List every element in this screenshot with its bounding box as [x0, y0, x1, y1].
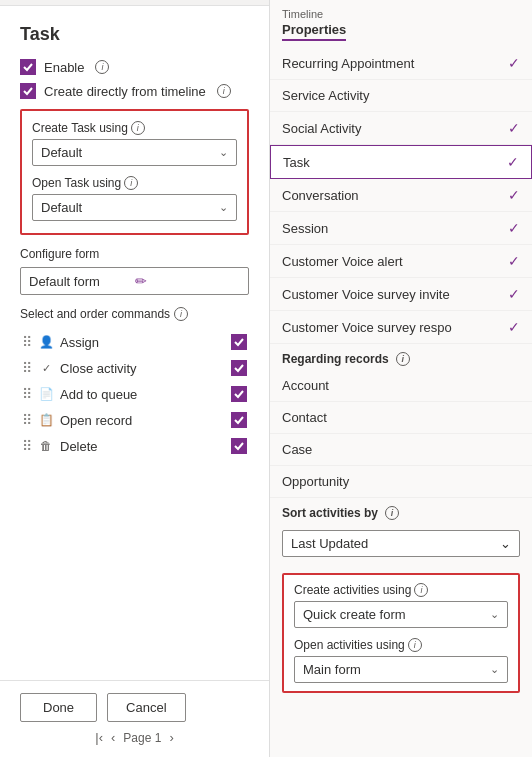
create-directly-checkbox[interactable] — [20, 83, 36, 99]
page-label: Page 1 — [123, 731, 161, 745]
command-row-open-record: ⠿ 📋 Open record — [20, 407, 249, 433]
drag-dots-assign[interactable]: ⠿ — [22, 334, 32, 350]
activity-cv-alert[interactable]: Customer Voice alert ✓ — [270, 245, 532, 278]
create-activities-dropdown[interactable]: Quick create form ⌄ — [294, 601, 508, 628]
delete-checkbox[interactable] — [231, 438, 247, 454]
assign-checkbox[interactable] — [231, 334, 247, 350]
activity-social-activity[interactable]: Social Activity ✓ — [270, 112, 532, 145]
next-page-icon[interactable]: › — [169, 730, 173, 745]
delete-icon: 🗑 — [38, 438, 54, 454]
open-activities-label-row: Open activities using i — [294, 638, 508, 652]
edit-icon[interactable]: ✏ — [135, 273, 241, 289]
activities-scroll-area: Recurring Appointment ✓ Service Activity… — [270, 47, 532, 757]
left-panel-footer: Done Cancel |‹ ‹ Page 1 › — [0, 680, 269, 757]
command-row-delete: ⠿ 🗑 Delete — [20, 433, 249, 459]
cancel-button[interactable]: Cancel — [107, 693, 185, 722]
sort-activities-header: Sort activities by i — [270, 498, 532, 524]
sort-dropdown[interactable]: Last Updated ⌄ — [282, 530, 520, 557]
commands-section-label: Select and order commands i — [20, 307, 249, 321]
configure-form-label: Configure form — [20, 247, 249, 261]
open-task-dropdown[interactable]: Default ⌄ — [32, 194, 237, 221]
create-task-info-icon[interactable]: i — [131, 121, 145, 135]
enable-row: Enable i — [20, 59, 249, 75]
conversation-check-icon: ✓ — [508, 187, 520, 203]
sort-dropdown-area: Last Updated ⌄ — [270, 524, 532, 567]
add-to-queue-name: Add to queue — [60, 387, 225, 402]
add-to-queue-checkbox[interactable] — [231, 386, 247, 402]
social-activity-check-icon: ✓ — [508, 120, 520, 136]
pagination-row: |‹ ‹ Page 1 › — [20, 730, 249, 745]
command-row-close-activity: ⠿ ✓ Close activity — [20, 355, 249, 381]
create-directly-info-icon[interactable]: i — [217, 84, 231, 98]
drag-dots-delete[interactable]: ⠿ — [22, 438, 32, 454]
create-task-label-row: Create Task using i — [32, 121, 237, 135]
session-check-icon: ✓ — [508, 220, 520, 236]
activity-cv-survey-invite[interactable]: Customer Voice survey invite ✓ — [270, 278, 532, 311]
timeline-label: Timeline — [282, 8, 520, 20]
regarding-case[interactable]: Case — [270, 434, 532, 466]
sort-info-icon[interactable]: i — [385, 506, 399, 520]
configure-form-value: Default form — [29, 274, 135, 289]
create-task-dropdown[interactable]: Default ⌄ — [32, 139, 237, 166]
create-task-chevron-icon: ⌄ — [219, 146, 228, 159]
left-panel: Task Enable i Create directly from timel… — [0, 0, 270, 757]
open-task-value: Default — [41, 200, 82, 215]
left-panel-content: Task Enable i Create directly from timel… — [0, 6, 269, 680]
open-task-label-row: Open Task using i — [32, 176, 237, 190]
activity-conversation[interactable]: Conversation ✓ — [270, 179, 532, 212]
first-page-icon[interactable]: |‹ — [95, 730, 103, 745]
done-button[interactable]: Done — [20, 693, 97, 722]
drag-dots-queue[interactable]: ⠿ — [22, 386, 32, 402]
activity-session[interactable]: Session ✓ — [270, 212, 532, 245]
cv-survey-response-check-icon: ✓ — [508, 319, 520, 335]
assign-name: Assign — [60, 335, 225, 350]
enable-checkbox[interactable] — [20, 59, 36, 75]
activity-recurring-appointment[interactable]: Recurring Appointment ✓ — [270, 47, 532, 80]
configure-form-row[interactable]: Default form ✏ — [20, 267, 249, 295]
regarding-info-icon[interactable]: i — [396, 352, 410, 366]
create-directly-row: Create directly from timeline i — [20, 83, 249, 99]
assign-icon: 👤 — [38, 334, 54, 350]
open-task-info-icon[interactable]: i — [124, 176, 138, 190]
task-check-icon: ✓ — [507, 154, 519, 170]
regarding-account[interactable]: Account — [270, 370, 532, 402]
right-panel: Timeline Properties Recurring Appointmen… — [270, 0, 532, 757]
open-record-checkbox[interactable] — [231, 412, 247, 428]
cv-alert-check-icon: ✓ — [508, 253, 520, 269]
open-record-name: Open record — [60, 413, 225, 428]
task-form-red-box: Create Task using i Default ⌄ Open Task … — [20, 109, 249, 235]
drag-dots-close[interactable]: ⠿ — [22, 360, 32, 376]
commands-info-icon[interactable]: i — [174, 307, 188, 321]
open-activities-value: Main form — [303, 662, 361, 677]
create-activities-label-row: Create activities using i — [294, 583, 508, 597]
footer-buttons: Done Cancel — [20, 693, 249, 722]
regarding-opportunity[interactable]: Opportunity — [270, 466, 532, 498]
open-activities-chevron-icon: ⌄ — [490, 663, 499, 676]
close-activity-name: Close activity — [60, 361, 225, 376]
open-activities-dropdown[interactable]: Main form ⌄ — [294, 656, 508, 683]
open-record-icon: 📋 — [38, 412, 54, 428]
properties-label: Properties — [282, 22, 346, 41]
activity-service-activity[interactable]: Service Activity — [270, 80, 532, 112]
close-activity-checkbox[interactable] — [231, 360, 247, 376]
prev-page-icon[interactable]: ‹ — [111, 730, 115, 745]
drag-dots-record[interactable]: ⠿ — [22, 412, 32, 428]
open-activities-info-icon[interactable]: i — [408, 638, 422, 652]
enable-info-icon[interactable]: i — [95, 60, 109, 74]
activity-task[interactable]: Task ✓ — [270, 145, 532, 179]
create-activities-value: Quick create form — [303, 607, 406, 622]
recurring-appointment-check-icon: ✓ — [508, 55, 520, 71]
regarding-records-header: Regarding records i — [270, 344, 532, 370]
enable-label: Enable — [44, 60, 84, 75]
close-activity-icon: ✓ — [38, 360, 54, 376]
activity-cv-survey-response[interactable]: Customer Voice survey respo ✓ — [270, 311, 532, 344]
sort-chevron-icon: ⌄ — [500, 536, 511, 551]
right-panel-header: Timeline Properties — [270, 0, 532, 47]
sort-value: Last Updated — [291, 536, 368, 551]
create-activities-info-icon[interactable]: i — [414, 583, 428, 597]
regarding-contact[interactable]: Contact — [270, 402, 532, 434]
command-row-add-to-queue: ⠿ 📄 Add to queue — [20, 381, 249, 407]
open-task-label: Open Task using — [32, 176, 121, 190]
create-directly-label: Create directly from timeline — [44, 84, 206, 99]
open-task-chevron-icon: ⌄ — [219, 201, 228, 214]
